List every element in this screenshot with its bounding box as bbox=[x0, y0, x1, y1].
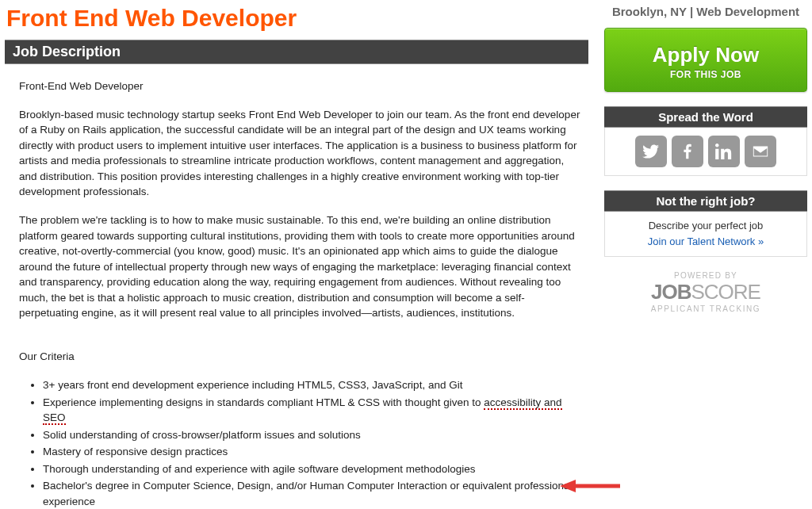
list-item: Mastery of responsive design practices bbox=[43, 444, 582, 460]
page-title: Front End Web Developer bbox=[5, 5, 588, 32]
apply-button[interactable]: Apply Now FOR THIS JOB bbox=[604, 28, 807, 92]
list-item: Solid understanding of cross-browser/pla… bbox=[43, 427, 582, 443]
powered-by: POWERED BY JOBSCORE APPLICANT TRACKING bbox=[604, 271, 807, 313]
list-item: Thorough understanding of and experience… bbox=[43, 461, 582, 477]
facebook-icon[interactable] bbox=[672, 136, 703, 167]
powered-label: POWERED BY bbox=[604, 271, 807, 280]
job-subtitle: Front-End Web Developer bbox=[19, 78, 582, 94]
job-content: Front-End Web Developer Brooklyn-based m… bbox=[5, 64, 588, 509]
powered-tag: APPLICANT TRACKING bbox=[604, 304, 807, 313]
job-description-header: Job Description bbox=[5, 40, 588, 64]
email-icon[interactable] bbox=[745, 136, 776, 167]
job-meta: Brooklyn, NY | Web Development bbox=[604, 5, 807, 18]
list-item: 3+ years front end development experienc… bbox=[43, 377, 582, 393]
talent-network-link[interactable]: Join our Talent Network » bbox=[648, 235, 764, 247]
apply-main-label: Apply Now bbox=[610, 43, 802, 67]
criteria-list: 3+ years front end development experienc… bbox=[19, 377, 582, 509]
not-right-header: Not the right job? bbox=[604, 190, 807, 212]
job-para-2: The problem we're tackling is to how to … bbox=[19, 212, 582, 321]
list-item: Experience implementing designs in stand… bbox=[43, 395, 582, 426]
spread-word-header: Spread the Word bbox=[604, 106, 807, 128]
job-para-1: Brooklyn-based music technology startup … bbox=[19, 107, 582, 200]
jobscore-logo: JOBSCORE bbox=[604, 280, 807, 304]
not-right-desc: Describe your perfect job bbox=[611, 220, 800, 232]
criteria-label: Our Criteria bbox=[19, 349, 582, 365]
apply-sub-label: FOR THIS JOB bbox=[610, 69, 802, 80]
twitter-icon[interactable] bbox=[635, 136, 667, 167]
list-item: Bachelor's degree in Computer Science, D… bbox=[43, 478, 582, 509]
linkedin-icon[interactable] bbox=[708, 136, 740, 167]
